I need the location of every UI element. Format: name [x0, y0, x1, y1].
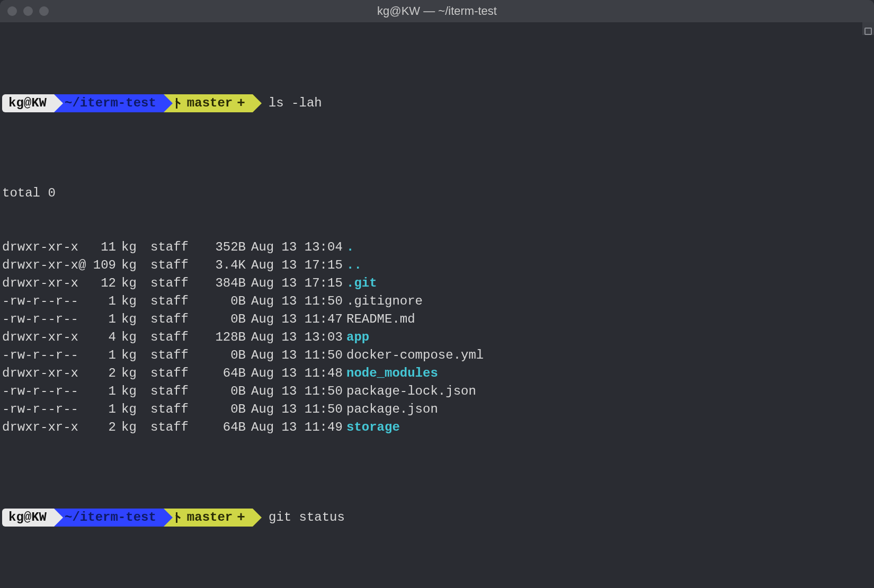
ls-total: total 0 — [2, 184, 871, 202]
command-text: ls -lah — [253, 94, 322, 112]
ls-row: drwxr-xr-x 12kgstaff384BAug 13 17:15.git — [2, 274, 871, 292]
ls-filename: . — [346, 238, 354, 256]
ls-filename: node_modules — [346, 364, 438, 382]
prompt-line: kg@KW ~/iterm-test master + ls -lah — [2, 94, 871, 112]
ls-cell: staff — [150, 238, 203, 256]
ls-cell: Aug 13 11:50 — [251, 346, 346, 364]
ls-cell: drwxr-xr-x@ — [2, 256, 92, 274]
ls-cell: kg — [121, 292, 150, 310]
ls-cell: 128B — [203, 328, 251, 346]
pane-indicator-icon — [864, 28, 872, 35]
ls-cell: 2 — [92, 364, 121, 382]
zoom-window-button[interactable] — [39, 6, 49, 16]
prompt-git-segment: master + — [164, 509, 253, 527]
prompt-path-segment: ~/iterm-test — [54, 94, 164, 112]
ls-cell: staff — [150, 418, 203, 436]
prompt-line: kg@KW ~/iterm-test master + git status — [2, 509, 871, 527]
ls-cell: 1 — [92, 346, 121, 364]
ls-row: -rw-r--r-- 1kgstaff0BAug 13 11:50docker-… — [2, 346, 871, 364]
git-branch-icon — [174, 98, 183, 109]
ls-cell: kg — [121, 346, 150, 364]
ls-cell: 2 — [92, 418, 121, 436]
ls-cell: staff — [150, 346, 203, 364]
ls-output: drwxr-xr-x 11kgstaff352BAug 13 13:04.drw… — [2, 238, 871, 436]
ls-filename: package-lock.json — [346, 382, 476, 400]
ls-cell: Aug 13 13:03 — [251, 328, 346, 346]
ls-cell: kg — [121, 328, 150, 346]
ls-cell: 3.4K — [203, 256, 251, 274]
ls-cell: 352B — [203, 238, 251, 256]
ls-cell: 0B — [203, 310, 251, 328]
ls-cell: drwxr-xr-x — [2, 238, 92, 256]
traffic-lights — [7, 6, 49, 16]
ls-cell: staff — [150, 256, 203, 274]
ls-filename: docker-compose.yml — [346, 346, 484, 364]
ls-cell: staff — [150, 292, 203, 310]
ls-cell: 11 — [92, 238, 121, 256]
ls-cell: Aug 13 13:04 — [251, 238, 346, 256]
ls-row: drwxr-xr-x 11kgstaff352BAug 13 13:04. — [2, 238, 871, 256]
ls-filename: .gitignore — [346, 292, 423, 310]
window-title: kg@KW — ~/iterm-test — [0, 4, 874, 18]
ls-cell: Aug 13 11:49 — [251, 418, 346, 436]
ls-cell: 0B — [203, 346, 251, 364]
ls-cell: staff — [150, 310, 203, 328]
git-dirty-icon: + — [237, 98, 245, 109]
prompt-path: ~/iterm-test — [65, 509, 156, 527]
ls-row: drwxr-xr-x 4kgstaff128BAug 13 13:03app — [2, 328, 871, 346]
ls-cell: kg — [121, 238, 150, 256]
window-titlebar: kg@KW — ~/iterm-test — [0, 0, 874, 22]
ls-cell: Aug 13 11:47 — [251, 310, 346, 328]
ls-cell: 109 — [92, 256, 121, 274]
minimize-window-button[interactable] — [23, 6, 33, 16]
prompt-host: kg@KW — [8, 94, 47, 112]
ls-cell: Aug 13 11:48 — [251, 364, 346, 382]
ls-cell: 1 — [92, 400, 121, 418]
terminal-viewport[interactable]: kg@KW ~/iterm-test master + ls -lah tota… — [0, 22, 874, 588]
ls-cell: drwxr-xr-x — [2, 328, 92, 346]
prompt-host-segment: kg@KW — [2, 509, 54, 527]
ls-cell: kg — [121, 382, 150, 400]
ls-cell: 384B — [203, 274, 251, 292]
ls-cell: 1 — [92, 382, 121, 400]
ls-cell: -rw-r--r-- — [2, 310, 92, 328]
ls-cell: Aug 13 17:15 — [251, 256, 346, 274]
ls-cell: 4 — [92, 328, 121, 346]
close-window-button[interactable] — [7, 6, 17, 16]
ls-cell: 0B — [203, 382, 251, 400]
ls-cell: kg — [121, 256, 150, 274]
ls-cell: 64B — [203, 364, 251, 382]
prompt-path-segment: ~/iterm-test — [54, 509, 164, 527]
ls-cell: -rw-r--r-- — [2, 400, 92, 418]
ls-filename: package.json — [346, 400, 438, 418]
ls-cell: kg — [121, 364, 150, 382]
ls-cell: 1 — [92, 310, 121, 328]
ls-row: drwxr-xr-x@109kgstaff3.4KAug 13 17:15.. — [2, 256, 871, 274]
git-branch-icon — [174, 512, 183, 523]
ls-cell: 0B — [203, 400, 251, 418]
ls-row: drwxr-xr-x 2kgstaff64BAug 13 11:48node_m… — [2, 364, 871, 382]
prompt-branch: master — [187, 509, 233, 527]
ls-cell: Aug 13 11:50 — [251, 292, 346, 310]
prompt-path: ~/iterm-test — [65, 94, 156, 112]
ls-cell: -rw-r--r-- — [2, 382, 92, 400]
prompt-host: kg@KW — [8, 509, 47, 527]
ls-row: -rw-r--r-- 1kgstaff0BAug 13 11:50.gitign… — [2, 292, 871, 310]
ls-row: drwxr-xr-x 2kgstaff64BAug 13 11:49storag… — [2, 418, 871, 436]
ls-cell: staff — [150, 328, 203, 346]
ls-row: -rw-r--r-- 1kgstaff0BAug 13 11:50package… — [2, 382, 871, 400]
ls-cell: kg — [121, 400, 150, 418]
ls-row: -rw-r--r-- 1kgstaff0BAug 13 11:50package… — [2, 400, 871, 418]
ls-cell: 1 — [92, 292, 121, 310]
ls-cell: -rw-r--r-- — [2, 292, 92, 310]
prompt-branch: master — [187, 94, 233, 112]
ls-row: -rw-r--r-- 1kgstaff0BAug 13 11:47README.… — [2, 310, 871, 328]
ls-cell: Aug 13 17:15 — [251, 274, 346, 292]
ls-cell: staff — [150, 382, 203, 400]
command-text: git status — [253, 509, 345, 527]
ls-filename: README.md — [346, 310, 415, 328]
ls-cell: Aug 13 11:50 — [251, 400, 346, 418]
ls-cell: drwxr-xr-x — [2, 364, 92, 382]
ls-cell: staff — [150, 364, 203, 382]
ls-filename: app — [346, 328, 369, 346]
